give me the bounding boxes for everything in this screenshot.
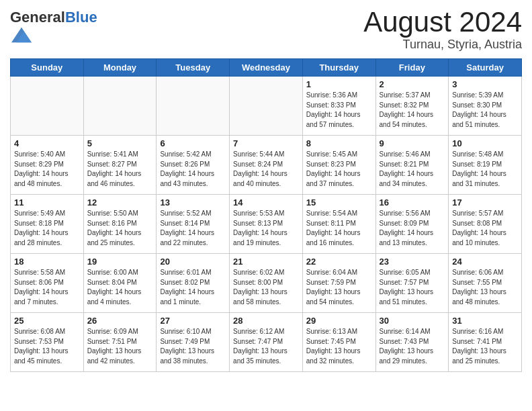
table-row: 18Sunrise: 5:58 AM Sunset: 8:06 PM Dayli… [11,254,84,313]
day-info: Sunrise: 5:58 AM Sunset: 8:06 PM Dayligh… [14,268,80,307]
day-number: 15 [306,197,372,208]
day-number: 6 [160,138,226,148]
table-row: 22Sunrise: 6:04 AM Sunset: 7:59 PM Dayli… [302,254,375,313]
logo: GeneralBlue [10,10,97,48]
calendar-table: Sunday Monday Tuesday Wednesday Thursday… [10,58,522,372]
day-info: Sunrise: 6:08 AM Sunset: 7:53 PM Dayligh… [14,327,80,366]
day-number: 18 [14,257,80,267]
table-row: 4Sunrise: 5:40 AM Sunset: 8:29 PM Daylig… [11,136,84,195]
day-info: Sunrise: 5:49 AM Sunset: 8:18 PM Dayligh… [14,209,80,248]
day-number: 22 [306,257,372,267]
table-row: 19Sunrise: 6:00 AM Sunset: 8:04 PM Dayli… [83,254,157,313]
table-row: 31Sunrise: 6:16 AM Sunset: 7:41 PM Dayli… [449,313,522,372]
calendar-week-row: 4Sunrise: 5:40 AM Sunset: 8:29 PM Daylig… [11,136,522,195]
table-row: 29Sunrise: 6:13 AM Sunset: 7:45 PM Dayli… [302,313,375,372]
location-subtitle: Turnau, Styria, Austria [363,38,522,52]
day-info: Sunrise: 5:40 AM Sunset: 8:29 PM Dayligh… [14,150,80,189]
day-number: 21 [233,257,299,267]
day-info: Sunrise: 6:13 AM Sunset: 7:45 PM Dayligh… [306,327,372,366]
table-row: 15Sunrise: 5:54 AM Sunset: 8:11 PM Dayli… [302,195,375,254]
day-number: 24 [452,257,518,267]
month-year-title: August 2024 [363,7,522,38]
table-row [157,77,230,136]
weekday-thursday: Thursday [302,59,375,77]
day-number: 3 [452,79,518,89]
day-info: Sunrise: 6:05 AM Sunset: 7:57 PM Dayligh… [380,268,445,307]
table-row: 28Sunrise: 6:12 AM Sunset: 7:47 PM Dayli… [230,313,303,372]
day-info: Sunrise: 5:37 AM Sunset: 8:32 PM Dayligh… [380,91,445,130]
table-row: 30Sunrise: 6:14 AM Sunset: 7:43 PM Dayli… [375,313,449,372]
table-row: 13Sunrise: 5:52 AM Sunset: 8:14 PM Dayli… [157,195,230,254]
day-info: Sunrise: 6:01 AM Sunset: 8:02 PM Dayligh… [160,268,226,307]
day-info: Sunrise: 6:14 AM Sunset: 7:43 PM Dayligh… [380,327,445,366]
day-info: Sunrise: 5:42 AM Sunset: 8:26 PM Dayligh… [160,150,226,189]
day-number: 27 [160,316,226,326]
day-info: Sunrise: 5:57 AM Sunset: 8:08 PM Dayligh… [452,209,518,248]
day-info: Sunrise: 5:50 AM Sunset: 8:16 PM Dayligh… [87,209,153,248]
day-info: Sunrise: 6:04 AM Sunset: 7:59 PM Dayligh… [306,268,372,307]
logo-icon [11,25,32,45]
table-row: 14Sunrise: 5:53 AM Sunset: 8:13 PM Dayli… [230,195,303,254]
logo-blue-text: Blue [65,9,97,26]
table-row: 9Sunrise: 5:46 AM Sunset: 8:21 PM Daylig… [375,136,449,195]
day-info: Sunrise: 5:39 AM Sunset: 8:30 PM Dayligh… [452,91,518,130]
day-number: 30 [380,316,445,326]
weekday-tuesday: Tuesday [157,59,230,77]
day-info: Sunrise: 5:53 AM Sunset: 8:13 PM Dayligh… [233,209,299,248]
table-row: 12Sunrise: 5:50 AM Sunset: 8:16 PM Dayli… [83,195,157,254]
day-info: Sunrise: 5:41 AM Sunset: 8:27 PM Dayligh… [87,150,153,189]
table-row: 20Sunrise: 6:01 AM Sunset: 8:02 PM Dayli… [157,254,230,313]
calendar-week-row: 18Sunrise: 5:58 AM Sunset: 8:06 PM Dayli… [11,254,522,313]
day-info: Sunrise: 6:06 AM Sunset: 7:55 PM Dayligh… [452,268,518,307]
logo-general-text: General [10,9,65,26]
day-number: 25 [14,316,80,326]
day-number: 5 [87,138,153,148]
day-info: Sunrise: 6:10 AM Sunset: 7:49 PM Dayligh… [160,327,226,366]
day-number: 12 [87,197,153,208]
day-info: Sunrise: 6:16 AM Sunset: 7:41 PM Dayligh… [452,327,518,366]
page-header: GeneralBlue August 2024 Turnau, Styria, … [10,7,522,52]
table-row: 17Sunrise: 5:57 AM Sunset: 8:08 PM Dayli… [449,195,522,254]
day-info: Sunrise: 5:36 AM Sunset: 8:33 PM Dayligh… [306,91,372,130]
table-row: 24Sunrise: 6:06 AM Sunset: 7:55 PM Dayli… [449,254,522,313]
calendar-week-row: 11Sunrise: 5:49 AM Sunset: 8:18 PM Dayli… [11,195,522,254]
day-number: 14 [233,197,299,208]
day-number: 7 [233,138,299,148]
day-number: 8 [306,138,372,148]
day-info: Sunrise: 6:02 AM Sunset: 8:00 PM Dayligh… [233,268,299,307]
day-number: 17 [452,197,518,208]
day-info: Sunrise: 5:52 AM Sunset: 8:14 PM Dayligh… [160,209,226,248]
table-row: 27Sunrise: 6:10 AM Sunset: 7:49 PM Dayli… [157,313,230,372]
title-block: August 2024 Turnau, Styria, Austria [363,7,522,52]
table-row [83,77,157,136]
day-number: 13 [160,197,226,208]
day-number: 16 [380,197,445,208]
day-number: 11 [14,197,80,208]
table-row: 25Sunrise: 6:08 AM Sunset: 7:53 PM Dayli… [11,313,84,372]
table-row: 2Sunrise: 5:37 AM Sunset: 8:32 PM Daylig… [375,77,449,136]
day-number: 2 [380,79,445,89]
day-number: 31 [452,316,518,326]
calendar-header-row: Sunday Monday Tuesday Wednesday Thursday… [11,59,522,77]
day-number: 1 [306,79,372,89]
day-info: Sunrise: 5:44 AM Sunset: 8:24 PM Dayligh… [233,150,299,189]
day-info: Sunrise: 6:00 AM Sunset: 8:04 PM Dayligh… [87,268,153,307]
weekday-wednesday: Wednesday [230,59,303,77]
table-row: 26Sunrise: 6:09 AM Sunset: 7:51 PM Dayli… [83,313,157,372]
day-number: 20 [160,257,226,267]
table-row: 16Sunrise: 5:56 AM Sunset: 8:09 PM Dayli… [375,195,449,254]
weekday-friday: Friday [375,59,449,77]
day-number: 26 [87,316,153,326]
table-row: 5Sunrise: 5:41 AM Sunset: 8:27 PM Daylig… [83,136,157,195]
table-row: 3Sunrise: 5:39 AM Sunset: 8:30 PM Daylig… [449,77,522,136]
day-info: Sunrise: 6:12 AM Sunset: 7:47 PM Dayligh… [233,327,299,366]
weekday-sunday: Sunday [11,59,84,77]
table-row [11,77,84,136]
table-row [230,77,303,136]
day-number: 23 [380,257,445,267]
day-info: Sunrise: 6:09 AM Sunset: 7:51 PM Dayligh… [87,327,153,366]
day-info: Sunrise: 5:54 AM Sunset: 8:11 PM Dayligh… [306,209,372,248]
table-row: 21Sunrise: 6:02 AM Sunset: 8:00 PM Dayli… [230,254,303,313]
day-number: 9 [380,138,445,148]
day-number: 19 [87,257,153,267]
